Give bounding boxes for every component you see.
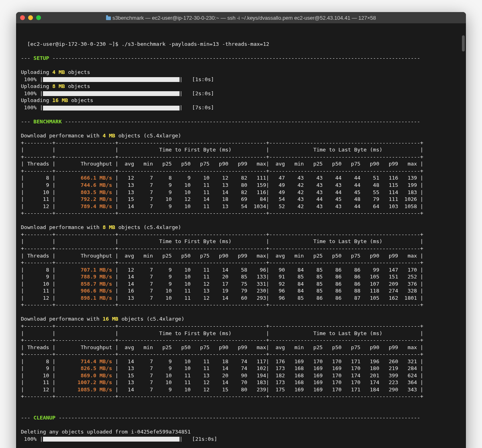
table-row: | 9 | 826.5 MB/s | 13 7 9 10 11 14 74 10… bbox=[21, 365, 423, 371]
table-title: Download performance with 4 MB objects (… bbox=[21, 133, 181, 139]
table-row: | 11 | 906.6 MB/s | 16 7 10 11 13 19 79 … bbox=[21, 288, 423, 294]
table-row: | 9 | 744.6 MB/s | 13 7 9 10 11 13 80 15… bbox=[21, 182, 423, 188]
table-row: | 11 | 1007.2 MB/s | 13 7 10 11 12 14 70… bbox=[21, 379, 423, 385]
table-row: | 12 | 898.1 MB/s | 13 7 10 11 12 14 60 … bbox=[21, 295, 423, 301]
zoom-icon[interactable] bbox=[36, 15, 41, 20]
cleanup-header: --- CLEANUP ----------------------------… bbox=[21, 415, 420, 421]
progress-line: 100% || [21s:0s] bbox=[21, 436, 217, 442]
table-row: | 10 | 803.5 MB/s | 13 7 9 10 11 14 82 1… bbox=[21, 189, 423, 195]
benchmark-header: --- BENCHMARK --------------------------… bbox=[21, 119, 420, 125]
table-row: | 11 | 792.2 MB/s | 15 7 10 12 14 18 69 … bbox=[21, 196, 423, 202]
progress-line: 100% || [1s:0s] bbox=[21, 76, 214, 82]
table-row: | 12 | 1085.9 MB/s | 14 7 9 10 12 15 80 … bbox=[21, 387, 423, 393]
cleanup-text: Deleting any objects uploaded from i-042… bbox=[21, 429, 191, 435]
table-row: | 9 | 788.9 MB/s | 14 7 9 10 11 20 85 13… bbox=[21, 274, 423, 280]
progress-line: 100% || [2s:0s] bbox=[21, 90, 214, 96]
folder-icon bbox=[106, 16, 111, 20]
window-controls bbox=[20, 15, 41, 20]
table-title: Download performance with 16 MB objects … bbox=[21, 316, 184, 322]
table-row: | 8 | 714.4 MB/s | 14 7 9 10 11 18 74 11… bbox=[21, 358, 423, 364]
table-row: | 8 | 707.1 MB/s | 12 7 9 10 11 14 58 96… bbox=[21, 267, 423, 273]
progress-line: 100% || [7s:0s] bbox=[21, 104, 214, 110]
table-row: | 10 | 869.0 MB/s | 15 7 10 11 13 20 90 … bbox=[21, 372, 423, 378]
minimize-icon[interactable] bbox=[28, 15, 33, 20]
terminal-window: s3benchmark — ec2-user@ip-172-30-0-230:~… bbox=[16, 12, 466, 448]
setup-header: --- SETUP ------------------------------… bbox=[21, 55, 420, 61]
titlebar[interactable]: s3benchmark — ec2-user@ip-172-30-0-230:~… bbox=[16, 12, 466, 23]
table-row: | 12 | 789.4 MB/s | 14 7 9 10 11 13 54 1… bbox=[21, 203, 423, 209]
scrollbar[interactable] bbox=[462, 35, 465, 51]
upload-line: Uploading 16 MB objects bbox=[21, 97, 93, 103]
table-row: | 8 | 666.1 MB/s | 12 7 8 9 10 12 82 111… bbox=[21, 175, 423, 181]
terminal-body[interactable]: [ec2-user@ip-172-30-0-230 ~]$ ./s3-bench… bbox=[16, 23, 466, 448]
prompt: [ec2-user@ip-172-30-0-230 ~]$ bbox=[27, 41, 122, 47]
command: ./s3-benchmark -payloads-min=13 -threads… bbox=[121, 41, 269, 47]
upload-line: Uploading 8 MB objects bbox=[21, 83, 90, 89]
table-row: | 10 | 858.7 MB/s | 14 7 9 10 12 17 75 3… bbox=[21, 281, 423, 287]
upload-line: Uploading 4 MB objects bbox=[21, 69, 90, 75]
close-icon[interactable] bbox=[20, 15, 25, 20]
window-title: s3benchmark — ec2-user@ip-172-30-0-230:~… bbox=[16, 15, 466, 21]
table-title: Download performance with 8 MB objects (… bbox=[21, 224, 181, 230]
